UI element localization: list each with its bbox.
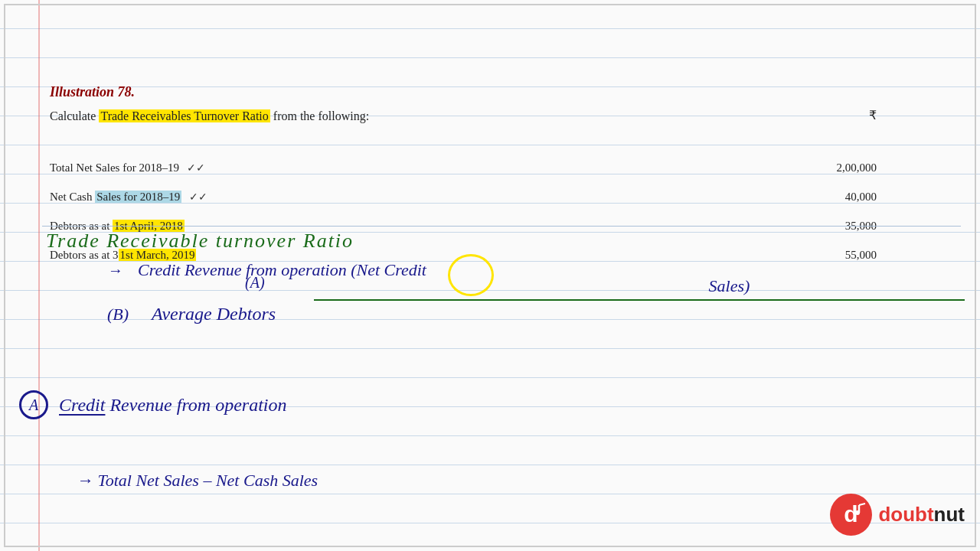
doubtnut-logo: d doubtnut bbox=[830, 494, 965, 536]
doubtnut-text: doubtnut bbox=[878, 503, 965, 527]
section-a-sub: → Total Net Sales – Net Cash Sales bbox=[77, 471, 318, 491]
trade-ratio-title: Trade Receivable turnover Ratio bbox=[46, 230, 965, 253]
table-row: Net Cash Sales for 2018–19 ✓✓ 40,000 bbox=[50, 183, 892, 212]
highlight-sales: Sales for 2018–19 bbox=[95, 191, 181, 203]
formula-divider bbox=[314, 299, 965, 301]
rupee-header: ₹ bbox=[869, 108, 877, 122]
doubtnut-icon: d bbox=[830, 494, 872, 536]
formula-b-text: Average Debtors bbox=[152, 304, 276, 324]
row-label-2: Net Cash Sales for 2018–19 ✓✓ bbox=[50, 191, 800, 204]
section-a-title: Credit Revenue from operation bbox=[59, 395, 287, 415]
checkmark-2: ✓✓ bbox=[189, 191, 207, 203]
formula-b-label: (B) bbox=[107, 305, 129, 324]
row-label-1: Total Net Sales for 2018–19 ✓✓ bbox=[50, 161, 800, 174]
formula-label-a: Credit Revenue from operation (Net Credi… bbox=[138, 260, 426, 280]
doubtnut-red-text: doubt bbox=[878, 503, 933, 526]
row-value-1: 2,00,000 bbox=[800, 161, 892, 174]
solution-section: Trade Receivable turnover Ratio → Credit… bbox=[46, 230, 965, 324]
formula-section: → Credit Revenue from operation (Net Cre… bbox=[46, 260, 965, 324]
formula-row-a: → Credit Revenue from operation (Net Cre… bbox=[107, 260, 965, 280]
credit-underline: Credit bbox=[59, 395, 105, 416]
content-area: Illustration 78. Calculate Trade Receiva… bbox=[0, 0, 980, 551]
illustration-title: Illustration 78. bbox=[50, 84, 892, 100]
illustration-question: Calculate Trade Receivables Turnover Rat… bbox=[50, 106, 892, 126]
section-a: A Credit Revenue from operation bbox=[19, 390, 938, 419]
highlight-trade-receivables: Trade Receivables Turnover Ratio bbox=[99, 109, 270, 122]
checkmark-1: ✓✓ bbox=[187, 162, 205, 174]
circle-highlight bbox=[448, 254, 494, 296]
formula-arrow: → bbox=[107, 262, 122, 279]
svg-point-4 bbox=[855, 510, 860, 515]
row-value-2: 40,000 bbox=[800, 191, 892, 204]
circle-a-icon: A bbox=[19, 390, 48, 419]
separator-line bbox=[42, 226, 961, 227]
table-row: Total Net Sales for 2018–19 ✓✓ 2,00,000 bbox=[50, 154, 892, 183]
formula-row-b: (B) Average Debtors bbox=[107, 304, 965, 324]
